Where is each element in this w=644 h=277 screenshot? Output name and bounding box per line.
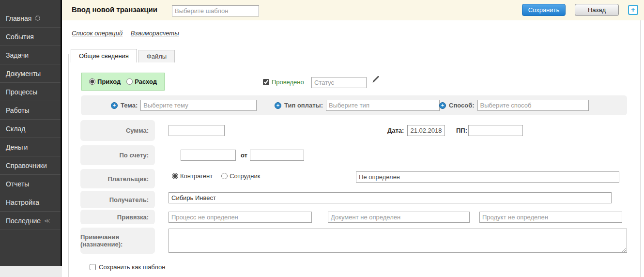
expense-label: Расход xyxy=(135,78,157,85)
sidebar-item-label: Задачи xyxy=(6,51,29,59)
sidebar-item-recent[interactable]: Последние ≪ xyxy=(0,212,61,230)
binding-label-box: Привязка: xyxy=(80,210,155,224)
payment-type-label: Тип оплаты: xyxy=(284,102,323,109)
settlements-link[interactable]: Взаиморасчеты xyxy=(131,30,179,37)
topic-row: + Тема: + Тип оплаты: + Способ: xyxy=(81,95,627,115)
date-label: Дата: xyxy=(387,127,404,134)
add-topic-button[interactable]: + xyxy=(111,102,118,109)
income-label: Приход xyxy=(97,78,121,85)
amount-label-box: Сумма: xyxy=(80,120,155,141)
topic-group: + Тема: xyxy=(111,95,257,115)
sidebar-footer xyxy=(0,266,62,277)
notes-textarea[interactable] xyxy=(169,229,627,252)
contractor-radio[interactable] xyxy=(172,173,178,179)
payer-input[interactable] xyxy=(356,171,619,183)
method-group: + Способ: xyxy=(439,95,589,115)
save-template-checkbox[interactable] xyxy=(90,264,96,270)
payment-type-input[interactable] xyxy=(326,100,440,111)
notes-field xyxy=(169,229,627,253)
contractor-label: Контрагент xyxy=(180,172,213,180)
recipient-label-box: Получатель: xyxy=(80,191,155,208)
topic-label: Тема: xyxy=(121,102,138,109)
contractor-option[interactable]: Контрагент xyxy=(172,172,213,180)
page-title: Ввод новой транзакции xyxy=(72,5,157,14)
sidebar-item-label: Процессы xyxy=(6,88,37,96)
method-input[interactable] xyxy=(477,100,589,111)
add-transaction-button[interactable]: + xyxy=(628,5,638,15)
binding-document-input[interactable] xyxy=(328,212,470,223)
sidebar-item-label: Документы xyxy=(6,70,41,77)
double-chevron-icon[interactable]: ≪ xyxy=(44,217,50,224)
account-from-input[interactable] xyxy=(250,150,304,161)
pp-input[interactable] xyxy=(468,125,523,136)
sidebar-item-home[interactable]: Главная xyxy=(0,9,61,28)
payment-type-group: + Тип оплаты: xyxy=(275,95,440,115)
save-template-option[interactable]: Сохранить как шаблон xyxy=(90,263,165,271)
sidebar-item-money[interactable]: Деньги xyxy=(0,138,61,156)
notes-label-box: Примечания (назначение): xyxy=(80,228,155,254)
income-option[interactable]: Приход xyxy=(89,78,121,85)
quick-links: Список операций Взаиморасчеты xyxy=(72,30,185,37)
tab-bar: Общие сведения Файлы xyxy=(71,49,175,62)
sidebar-item-label: События xyxy=(6,33,34,41)
template-select-input[interactable] xyxy=(172,5,259,16)
sidebar-item-label: Отчеты xyxy=(6,180,29,188)
add-method-button[interactable]: + xyxy=(439,102,446,109)
spinner-icon xyxy=(35,15,40,21)
method-label: Способ: xyxy=(449,102,475,109)
employee-label: Сотрудник xyxy=(230,172,260,180)
topic-input[interactable] xyxy=(140,100,257,111)
save-template-label: Сохранить как шаблон xyxy=(99,263,165,271)
amount-input[interactable] xyxy=(169,125,225,136)
sidebar-item-label: Главная xyxy=(6,15,31,22)
payer-label-box: Плательщик: xyxy=(80,169,155,188)
sidebar-item-label: Склад xyxy=(6,125,26,133)
payer-options: Контрагент Сотрудник xyxy=(172,172,260,180)
add-payment-type-button[interactable]: + xyxy=(275,102,281,109)
posted-checkbox[interactable] xyxy=(263,79,269,85)
sidebar-item-tasks[interactable]: Задачи xyxy=(0,46,61,64)
sidebar-item-settings[interactable]: Настройка xyxy=(0,193,61,212)
sidebar-item-processes[interactable]: Процессы xyxy=(0,83,61,101)
back-button[interactable]: Назад xyxy=(575,4,619,16)
operations-link[interactable]: Список операций xyxy=(72,30,123,37)
account-number-input[interactable] xyxy=(181,150,236,161)
sidebar-item-label: Последние xyxy=(6,217,41,225)
tab-files[interactable]: Файлы xyxy=(138,50,175,62)
posted-label: Проведено xyxy=(272,78,304,86)
recipient-input[interactable] xyxy=(169,192,612,203)
pp-label: ПП: xyxy=(456,127,467,134)
sidebar-item-label: Справочники xyxy=(6,162,47,169)
sidebar-item-works[interactable]: Работы xyxy=(0,101,61,120)
sidebar-item-directories[interactable]: Справочники xyxy=(0,156,61,175)
sidebar-item-reports[interactable]: Отчеты xyxy=(0,175,61,193)
from-label: от xyxy=(241,152,247,159)
sidebar-item-label: Настройка xyxy=(6,199,39,206)
save-button[interactable]: Сохранить xyxy=(522,4,566,16)
expense-radio[interactable] xyxy=(126,78,133,85)
status-input[interactable] xyxy=(311,77,367,88)
sidebar: Главная События Задачи Документы Процесс… xyxy=(0,0,62,266)
expense-option[interactable]: Расход xyxy=(126,78,157,85)
tab-panel-border xyxy=(68,54,69,277)
account-label-box: По счету: xyxy=(80,145,155,165)
page-header: Ввод новой транзакции Сохранить Назад + xyxy=(62,0,644,20)
employee-radio[interactable] xyxy=(221,173,228,179)
scrollbar-track xyxy=(640,20,641,277)
sidebar-item-documents[interactable]: Документы xyxy=(0,64,61,83)
binding-process-input[interactable] xyxy=(169,212,312,223)
sidebar-item-label: Деньги xyxy=(6,143,28,151)
date-input[interactable] xyxy=(407,125,445,136)
pencil-icon[interactable] xyxy=(371,75,380,86)
posted-option[interactable]: Проведено xyxy=(263,78,304,86)
app-screen: Главная События Задачи Документы Процесс… xyxy=(0,0,644,277)
employee-option[interactable]: Сотрудник xyxy=(221,172,260,180)
sidebar-item-events[interactable]: События xyxy=(0,28,61,46)
binding-product-input[interactable] xyxy=(479,212,622,223)
tab-general[interactable]: Общие сведения xyxy=(71,49,137,62)
sidebar-item-label: Работы xyxy=(6,107,30,114)
direction-toggle: Приход Расход xyxy=(81,73,165,91)
sidebar-item-warehouse[interactable]: Склад xyxy=(0,120,61,138)
income-radio[interactable] xyxy=(89,78,95,85)
